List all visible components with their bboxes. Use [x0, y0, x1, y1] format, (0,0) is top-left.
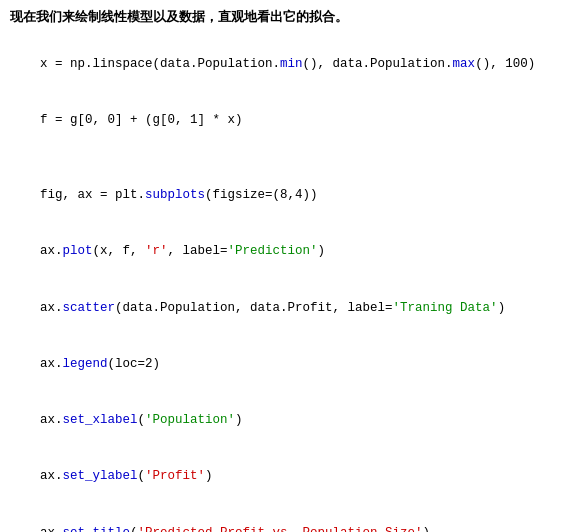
code-line-9: ax.set_ylabel('Profit'): [10, 449, 561, 505]
page-title: 现在我们来绘制线性模型以及数据，直观地看出它的拟合。: [0, 0, 571, 32]
code-line-2: f = g[0, 0] + (g[0, 1] * x): [10, 92, 561, 148]
code-line-6: ax.scatter(data.Population, data.Profit,…: [10, 280, 561, 336]
code-block: x = np.linspace(data.Population.min(), d…: [0, 32, 571, 532]
code-line-1: x = np.linspace(data.Population.min(), d…: [10, 36, 561, 92]
code-line-4: fig, ax = plt.subplots(figsize=(8,4)): [10, 167, 561, 223]
code-line-10: ax.set_title('Predicted Profit vs. Popul…: [10, 505, 561, 532]
code-line-3: [10, 149, 561, 168]
header-section: 现在我们来绘制线性模型以及数据，直观地看出它的拟合。: [0, 0, 571, 32]
code-line-8: ax.set_xlabel('Population'): [10, 392, 561, 448]
code-line-5: ax.plot(x, f, 'r', label='Prediction'): [10, 224, 561, 280]
code-line-7: ax.legend(loc=2): [10, 336, 561, 392]
